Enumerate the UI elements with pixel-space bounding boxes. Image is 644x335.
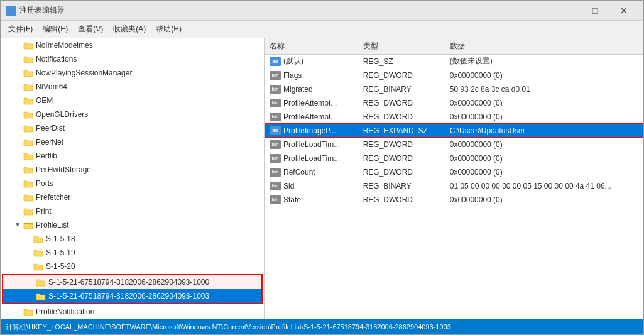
cell-name: bin Sid <box>265 179 358 193</box>
tree-item-profilenotification[interactable]: ProfileNotification <box>1 305 264 319</box>
arrow-s15211003 <box>26 291 36 301</box>
cell-name: bin ProfileAttempt... <box>265 96 358 110</box>
table-row[interactable]: bin ProfileLoadTim... REG_DWORD 0x000000… <box>265 151 643 165</box>
status-bar: 计算机\HKEY_LOCAL_MACHINE\SOFTWARE\Microsof… <box>1 319 643 334</box>
cell-type: REG_DWORD <box>358 110 445 124</box>
svg-rect-2 <box>6 11 10 15</box>
menu-help[interactable]: 帮助(H) <box>151 21 187 37</box>
tree-item-s1518[interactable]: S-1-5-18 <box>1 232 264 246</box>
title-bar: 注册表编辑器 ─ □ ✕ <box>1 1 643 21</box>
tree-label-opengldrivers: OpenGLDrivers <box>36 110 88 119</box>
svg-rect-1 <box>11 6 15 10</box>
cell-type: REG_BINARY <box>358 82 445 96</box>
tree-item-notifications[interactable]: Notifications <box>1 52 264 66</box>
tree-label-prefetcher: Prefetcher <box>36 193 70 202</box>
table-row-profileimagepath[interactable]: ab ProfileImageP... REG_EXPAND_SZ C:\Use… <box>265 124 643 138</box>
tree-item-peernet[interactable]: PeerNet <box>1 135 264 149</box>
tree-label-profilenotification: ProfileNotification <box>36 307 94 316</box>
tree-item-opengldrivers[interactable]: OpenGLDrivers <box>1 107 264 121</box>
folder-icon <box>33 234 43 244</box>
folder-icon <box>33 248 43 258</box>
tree-item-profilelist[interactable]: ▶ ProfileList <box>1 218 264 232</box>
cell-type: REG_DWORD <box>358 193 445 207</box>
tree-item-perhwidstorage[interactable]: PerHwIdStorage <box>1 163 264 177</box>
tree-label-oem: OEM <box>36 96 53 105</box>
menu-edit[interactable]: 编辑(E) <box>38 21 73 37</box>
tree-item-noimemodeimes[interactable]: NoImeModelmes <box>1 38 264 52</box>
arrow-opengldrivers <box>13 109 23 119</box>
close-button[interactable]: ✕ <box>609 1 638 21</box>
arrow-ports <box>13 178 23 189</box>
right-panel: 名称 类型 数据 ab (默认) <box>265 38 643 319</box>
col-header-data: 数据 <box>445 38 643 55</box>
menu-file[interactable]: 文件(F) <box>3 21 38 37</box>
cell-name: ab (默认) <box>265 55 358 69</box>
tree-item-ports[interactable]: Ports <box>1 177 264 190</box>
folder-icon <box>23 137 33 147</box>
table-row[interactable]: bin ProfileAttempt... REG_DWORD 0x000000… <box>265 110 643 124</box>
arrow-noimemodeimes <box>13 40 23 50</box>
tree-item-s15211003[interactable]: S-1-5-21-67518794-3182006-2862904093-100… <box>3 289 261 303</box>
folder-icon <box>23 123 33 133</box>
tree-item-ntvdm64[interactable]: NtVdm64 <box>1 80 264 94</box>
status-text: 计算机\HKEY_LOCAL_MACHINE\SOFTWARE\Microsof… <box>6 322 451 332</box>
tree-label-notifications: Notifications <box>36 55 77 63</box>
tree-item-s15211000[interactable]: S-1-5-21-67518794-3182006-2862904093-100… <box>3 275 261 289</box>
folder-icon <box>23 54 33 64</box>
cell-data: 0x00000000 (0) <box>445 165 643 179</box>
folder-icon <box>36 291 46 301</box>
tree-item-print[interactable]: Print <box>1 204 264 218</box>
tree-item-peerdist[interactable]: PeerDist <box>1 121 264 135</box>
arrow-peernet <box>13 137 23 147</box>
col-header-type: 类型 <box>358 38 445 55</box>
registry-table[interactable]: 名称 类型 数据 ab (默认) <box>265 38 643 319</box>
tree-label-noimemodeimes: NoImeModelmes <box>36 41 93 50</box>
arrow-profilelist: ▶ <box>13 220 23 230</box>
table-row[interactable]: ab (默认) REG_SZ (数值未设置) <box>265 55 643 69</box>
arrow-notifications <box>13 54 23 64</box>
maximize-button[interactable]: □ <box>581 1 609 21</box>
tree-item-s1520[interactable]: S-1-5-20 <box>1 260 264 273</box>
tree-item-oem[interactable]: OEM <box>1 94 264 107</box>
registry-editor-window: 注册表编辑器 ─ □ ✕ 文件(F) 编辑(E) 查看(V) 收藏夹(A) 帮助… <box>0 0 644 335</box>
cell-data: (数值未设置) <box>445 55 643 69</box>
tree-item-s1519[interactable]: S-1-5-19 <box>1 246 264 260</box>
folder-icon <box>23 151 33 161</box>
tree-label-s15211000: S-1-5-21-67518794-3182006-2862904093-100… <box>48 278 209 287</box>
table-row[interactable]: bin Sid REG_BINARY 01 05 00 00 00 00 00 … <box>265 179 643 193</box>
cell-name: bin State <box>265 193 358 207</box>
table-row[interactable]: bin ProfileLoadTim... REG_DWORD 0x000000… <box>265 138 643 151</box>
arrow-oem <box>13 96 23 106</box>
cell-type: REG_DWORD <box>358 69 445 82</box>
folder-icon-open <box>23 220 33 230</box>
table-row[interactable]: bin RefCount REG_DWORD 0x00000000 (0) <box>265 165 643 179</box>
table-row[interactable]: bin State REG_DWORD 0x00000000 (0) <box>265 193 643 207</box>
cell-type: REG_SZ <box>358 55 445 69</box>
table-row[interactable]: bin ProfileAttempt... REG_DWORD 0x000000… <box>265 96 643 110</box>
arrow-perflib <box>13 151 23 161</box>
cell-name: bin ProfileLoadTim... <box>265 138 358 151</box>
cell-type: REG_DWORD <box>358 151 445 165</box>
arrow-s1520 <box>23 261 33 272</box>
col-header-name: 名称 <box>265 38 358 55</box>
menu-favorites[interactable]: 收藏夹(A) <box>108 21 151 37</box>
minimize-button[interactable]: ─ <box>552 1 581 21</box>
tree-item-perflib[interactable]: Perflib <box>1 149 264 163</box>
tree-item-prefetcher[interactable]: Prefetcher <box>1 190 264 204</box>
folder-icon <box>23 307 33 317</box>
cell-data: 50 93 2c 8a 3c ca d0 01 <box>445 82 643 96</box>
tree-label-s1520: S-1-5-20 <box>46 262 75 271</box>
tree-label-print: Print <box>36 207 52 216</box>
tree-label-s1519: S-1-5-19 <box>46 248 75 257</box>
table-row[interactable]: bin Migrated REG_BINARY 50 93 2c 8a 3c c… <box>265 82 643 96</box>
folder-icon <box>23 68 33 78</box>
tree-label-peerdist: PeerDist <box>36 124 65 133</box>
table-row[interactable]: bin Flags REG_DWORD 0x00000000 (0) <box>265 69 643 82</box>
cell-name: ab ProfileImageP... <box>265 124 358 138</box>
tree-item-nowplayingsessionmanager[interactable]: NowPlayingSessionManager <box>1 66 264 80</box>
tree-label-peernet: PeerNet <box>36 138 63 146</box>
tree-scroll[interactable]: NoImeModelmes Notifications NowPlayingSe… <box>1 38 264 319</box>
cell-data: 01 05 00 00 00 00 00 05 15 00 00 00 4a 4… <box>445 179 643 193</box>
menu-view[interactable]: 查看(V) <box>73 21 108 37</box>
main-content: NoImeModelmes Notifications NowPlayingSe… <box>1 38 643 319</box>
